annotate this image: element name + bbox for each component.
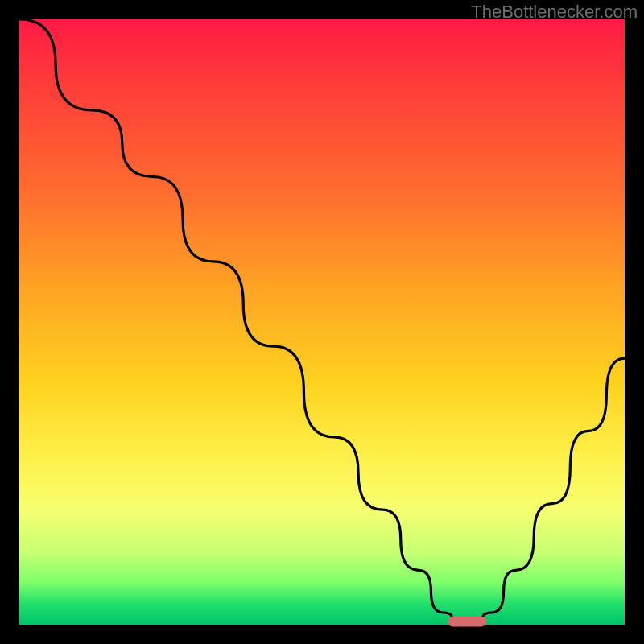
chart-frame: TheBottlenecker.com <box>0 0 644 644</box>
bottleneck-curve <box>19 19 625 625</box>
watermark-text: TheBottlenecker.com <box>471 2 638 23</box>
plot-area <box>19 19 625 625</box>
optimal-marker <box>448 617 486 627</box>
